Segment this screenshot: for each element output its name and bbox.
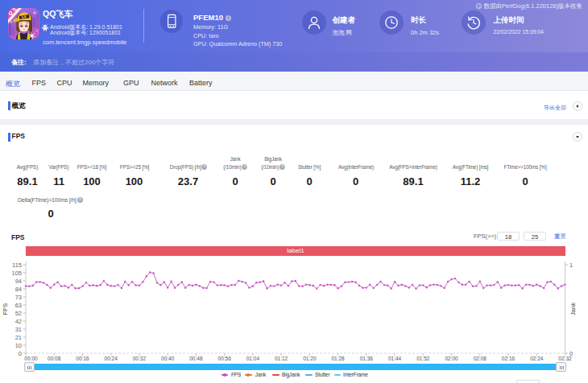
svg-text:01:52: 01:52 [416, 356, 430, 361]
svg-text:21: 21 [15, 334, 22, 341]
svg-text:02:00: 02:00 [445, 356, 458, 361]
svg-text:01:36: 01:36 [360, 356, 374, 361]
svg-text:0: 0 [19, 350, 22, 357]
svg-text:01:12: 01:12 [275, 356, 288, 361]
svg-text:Jank: Jank [569, 303, 577, 315]
svg-text:94: 94 [15, 278, 22, 285]
svg-text:01:44: 01:44 [388, 356, 402, 361]
svg-text:105: 105 [11, 270, 22, 277]
svg-text:00:48: 00:48 [189, 356, 203, 361]
svg-text:00:32: 00:32 [133, 356, 147, 361]
svg-text:31: 31 [15, 326, 22, 333]
svg-text:1: 1 [569, 262, 573, 269]
svg-text:00:24: 00:24 [105, 356, 118, 361]
svg-text:02:24: 02:24 [530, 356, 544, 361]
svg-text:42: 42 [15, 318, 22, 325]
svg-text:01:04: 01:04 [246, 356, 260, 361]
svg-text:02:08: 02:08 [474, 356, 487, 361]
svg-text:00:00: 00:00 [24, 356, 38, 361]
svg-text:01:20: 01:20 [303, 356, 317, 361]
svg-text:84: 84 [15, 286, 22, 293]
svg-text:00:56: 00:56 [218, 356, 232, 361]
svg-text:00:08: 00:08 [48, 356, 61, 361]
svg-text:FPS: FPS [2, 303, 9, 315]
svg-text:02:32: 02:32 [558, 356, 572, 361]
svg-text:52: 52 [15, 310, 22, 317]
svg-text:01:28: 01:28 [331, 356, 345, 361]
svg-text:73: 73 [15, 294, 22, 301]
svg-text:63: 63 [15, 302, 22, 309]
svg-text:00:40: 00:40 [161, 356, 175, 361]
svg-text:00:16: 00:16 [76, 356, 89, 361]
svg-text:10: 10 [15, 342, 22, 349]
svg-text:115: 115 [12, 262, 22, 269]
svg-text:02:16: 02:16 [502, 356, 516, 361]
